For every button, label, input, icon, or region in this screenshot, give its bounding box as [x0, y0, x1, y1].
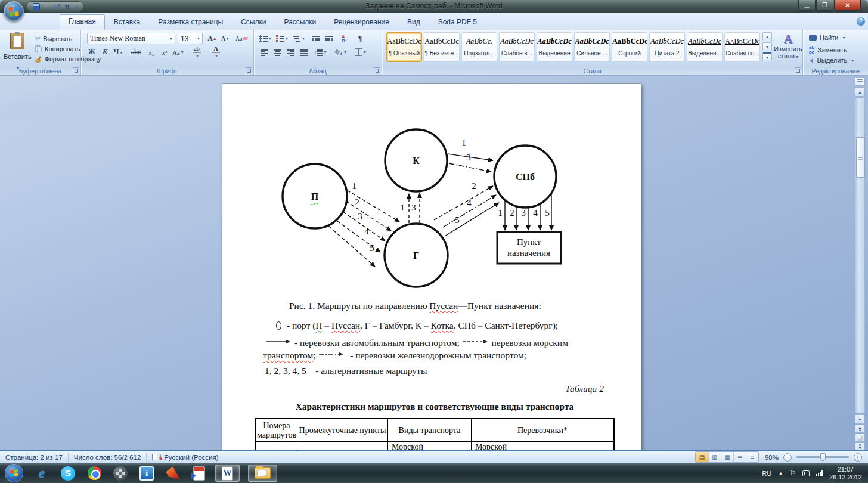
media-player-taskbar-button[interactable]: [113, 466, 128, 481]
chrome-taskbar-button[interactable]: [86, 466, 102, 481]
scrollbar-thumb[interactable]: [856, 137, 865, 178]
style-card-no-spacing[interactable]: АаBbCcDc¶ Без инте...: [424, 32, 460, 62]
subscript-button[interactable]: х₂: [145, 47, 157, 58]
shrink-font-button[interactable]: А▼: [219, 33, 231, 44]
font-dialog-launcher[interactable]: [246, 67, 252, 73]
superscript-button[interactable]: х²: [159, 47, 170, 58]
styles-dialog-launcher[interactable]: [795, 67, 801, 73]
tab-recenzirovanie[interactable]: Рецензирование: [325, 15, 398, 30]
next-page-button[interactable]: ▼▼: [855, 442, 865, 450]
style-card-subtle-emphasis[interactable]: АаBbCcDcСлабое в...: [499, 32, 535, 62]
undo-icon[interactable]: [44, 3, 50, 10]
underline-button[interactable]: Ч: [112, 47, 124, 58]
office-button[interactable]: [4, 1, 24, 21]
fullscreen-reading-button[interactable]: ▥: [708, 452, 721, 462]
replace-button[interactable]: abacЗаменить: [809, 45, 847, 55]
matlab-taskbar-button[interactable]: [165, 466, 181, 481]
align-left-button[interactable]: [259, 47, 271, 58]
styles-scroll-up[interactable]: ▲: [762, 32, 772, 41]
multilevel-list-button[interactable]: [292, 33, 305, 44]
qat-menu-icon[interactable]: [74, 4, 78, 10]
change-case-button[interactable]: Аа: [172, 47, 184, 58]
tab-rassylki[interactable]: Рассылки: [275, 15, 325, 30]
tab-vid[interactable]: Вид: [398, 15, 429, 30]
style-card-subtitle[interactable]: АаBbСс.Подзагол...: [461, 32, 497, 62]
scrollbar-track[interactable]: [855, 97, 865, 413]
strikethrough-button[interactable]: abc: [130, 47, 142, 58]
word-taskbar-button[interactable]: W: [215, 465, 240, 482]
word-count[interactable]: Число слов: 56/2 612: [69, 453, 147, 462]
language-indicator[interactable]: RU: [762, 470, 771, 477]
language-status[interactable]: Русский (Россия): [147, 453, 224, 462]
hidden-icons-arrow-icon[interactable]: ▲: [778, 470, 783, 476]
line-spacing-button[interactable]: ↕: [314, 47, 327, 58]
zoom-slider-thumb[interactable]: [820, 453, 826, 461]
grow-font-button[interactable]: А▲: [206, 33, 218, 44]
style-card-intense-reference[interactable]: АаBbCcDcВыделенн...: [687, 32, 723, 62]
copy-button[interactable]: Копировать: [33, 44, 82, 54]
clock[interactable]: 21:0726.12.2012: [829, 466, 862, 481]
sort-button[interactable]: АЯ↓: [339, 33, 351, 44]
print-layout-button[interactable]: ▤: [696, 452, 708, 462]
tab-soda-pdf[interactable]: Soda PDF 5: [429, 15, 486, 30]
align-center-button[interactable]: [272, 47, 284, 58]
info-taskbar-button[interactable]: i: [139, 466, 154, 481]
minimize-button[interactable]: [798, 0, 816, 11]
style-card-intense-emphasis[interactable]: АаBbCcDcСильное ...: [574, 32, 610, 62]
show-marks-button[interactable]: ¶: [354, 33, 366, 44]
font-name-combo[interactable]: Times New Roman: [87, 33, 175, 44]
ie-taskbar-button[interactable]: e: [34, 466, 49, 481]
previous-page-button[interactable]: ▲▲: [855, 425, 865, 433]
find-button[interactable]: Найти: [809, 34, 845, 41]
align-right-button[interactable]: [285, 47, 297, 58]
bold-button[interactable]: Ж: [86, 47, 98, 58]
tab-ssylki[interactable]: Ссылки: [232, 15, 275, 30]
style-card-subtle-reference[interactable]: АаВвСсDсСлабая сс...: [724, 32, 760, 62]
numbering-button[interactable]: [275, 33, 289, 44]
web-layout-button[interactable]: ▦: [721, 452, 733, 462]
style-card-strong[interactable]: АаBbCcDcСтрогий: [612, 32, 647, 62]
italic-button[interactable]: К: [99, 47, 111, 58]
skype-taskbar-button[interactable]: S: [60, 466, 76, 481]
styles-scroll-down[interactable]: ▼: [762, 42, 772, 51]
pi-icon[interactable]: π: [64, 3, 70, 10]
decrease-indent-button[interactable]: [310, 33, 322, 44]
highlight-button[interactable]: ab: [191, 47, 203, 58]
zoom-level[interactable]: 98%: [765, 454, 779, 461]
change-styles-button[interactable]: А Изменить стили: [774, 32, 802, 60]
tab-razmetka[interactable]: Разметка страницы: [149, 15, 232, 30]
clipboard-dialog-launcher[interactable]: [73, 67, 79, 73]
font-color-button[interactable]: А: [210, 47, 222, 58]
styles-more-button[interactable]: ▼: [762, 52, 772, 61]
close-button[interactable]: [834, 0, 861, 11]
cut-button[interactable]: ✂ Вырезать: [33, 33, 74, 44]
restore-button[interactable]: [816, 0, 833, 11]
power-icon[interactable]: [802, 470, 810, 476]
page-indicator[interactable]: Страница: 2 из 17: [0, 453, 69, 462]
outline-view-button[interactable]: ≣: [733, 452, 746, 462]
paragraph-dialog-launcher[interactable]: [374, 67, 380, 73]
zoom-in-button[interactable]: +: [854, 453, 862, 462]
borders-button[interactable]: [354, 47, 367, 58]
network-icon[interactable]: [816, 470, 823, 476]
bullets-button[interactable]: [259, 33, 272, 44]
select-button[interactable]: Выделить: [809, 57, 854, 64]
scroll-up-button[interactable]: ▲: [855, 87, 865, 97]
action-center-flag-icon[interactable]: ⚐: [790, 469, 796, 477]
start-button[interactable]: [5, 464, 23, 482]
tab-vstavka[interactable]: Вставка: [105, 15, 150, 30]
font-size-combo[interactable]: 13: [178, 33, 203, 44]
help-icon[interactable]: [857, 17, 865, 26]
style-card-emphasis[interactable]: АаBbCcDcВыделение: [537, 32, 572, 62]
scroll-down-button[interactable]: ▼: [855, 414, 865, 424]
tab-glavnaya[interactable]: Главная: [60, 14, 105, 30]
shading-button[interactable]: [334, 47, 347, 58]
draft-view-button[interactable]: ≡: [746, 452, 758, 462]
explorer-taskbar-button[interactable]: [248, 465, 277, 482]
redo-icon[interactable]: [54, 3, 60, 10]
increase-indent-button[interactable]: [323, 33, 335, 44]
select-browse-object-button[interactable]: [855, 434, 865, 442]
soda-pdf-taskbar-button[interactable]: [191, 466, 207, 481]
save-icon[interactable]: [33, 3, 40, 10]
paste-button[interactable]: Вставить: [4, 32, 31, 68]
